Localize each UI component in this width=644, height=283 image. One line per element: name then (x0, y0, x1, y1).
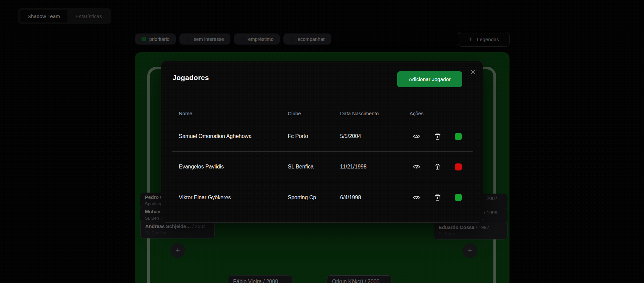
view-player-eye-icon[interactable] (413, 195, 420, 201)
header-data-nascimento: Data Nascimento (333, 111, 403, 116)
table-header-row: Nome Clube Data Nascimento Ações (172, 106, 473, 121)
header-nome: Nome (172, 111, 281, 116)
cell-player-name: Viktor Einar Gyökeres (172, 195, 281, 201)
add-player-button[interactable]: Adicionar Jogador (397, 71, 462, 87)
cell-player-name: Samuel Omorodion Aghehowa (172, 133, 281, 139)
header-clube: Clube (281, 111, 333, 116)
cell-player-club: SL Benfica (281, 164, 333, 170)
close-icon[interactable] (468, 67, 478, 77)
modal-title: Jogadores (172, 74, 209, 82)
player-status-toggle[interactable] (455, 133, 462, 140)
cell-player-birthdate: 5/5/2004 (333, 133, 403, 139)
players-modal: Jogadores Adicionar Jogador Nome Clube D… (161, 61, 483, 223)
view-player-eye-icon[interactable] (413, 164, 420, 170)
cell-player-birthdate: 6/4/1998 (333, 195, 403, 201)
delete-player-trash-icon[interactable] (434, 163, 441, 170)
cell-actions (403, 194, 473, 201)
cell-actions (403, 133, 473, 140)
header-acoes: Ações (403, 111, 473, 116)
cell-player-birthdate: 11/21/1998 (333, 164, 403, 170)
players-table: Nome Clube Data Nascimento Ações Samuel … (172, 106, 473, 213)
cell-actions (403, 163, 473, 170)
delete-player-trash-icon[interactable] (434, 133, 441, 140)
cell-player-club: Sporting Cp (281, 195, 333, 201)
delete-player-trash-icon[interactable] (434, 194, 441, 201)
view-player-eye-icon[interactable] (413, 133, 420, 139)
table-row: Evangelos Pavlidis SL Benfica 11/21/1998 (172, 152, 473, 182)
cell-player-name: Evangelos Pavlidis (172, 164, 281, 170)
player-status-toggle[interactable] (455, 194, 462, 201)
cell-player-club: Fc Porto (281, 133, 333, 139)
player-status-toggle[interactable] (455, 163, 462, 170)
table-row: Viktor Einar Gyökeres Sporting Cp 6/4/19… (172, 182, 473, 213)
table-row: Samuel Omorodion Aghehowa Fc Porto 5/5/2… (172, 121, 473, 152)
